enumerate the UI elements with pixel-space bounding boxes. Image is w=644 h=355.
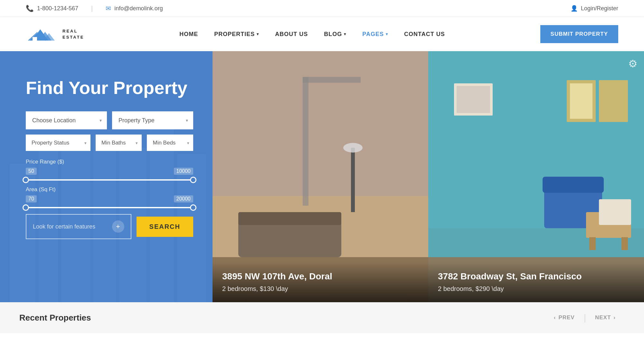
min-baths-select[interactable]: Min Baths 1 2 3 4+ (96, 135, 142, 151)
price-range-section: Price Range ($) 50 10000 (26, 159, 193, 181)
login-button[interactable]: 👤 Login/Register (571, 5, 618, 12)
prev-button[interactable]: ‹ PREV (545, 311, 584, 324)
property-card-1[interactable]: 3895 NW 107th Ave, Doral 2 bedrooms, $13… (213, 51, 428, 302)
submit-property-button[interactable]: SUBMIT PROPERTY (540, 25, 618, 43)
logo-text: REAL ESTATE (62, 28, 84, 41)
svg-rect-10 (238, 212, 341, 225)
phone-number: 1-800-1234-567 (37, 5, 78, 12)
price-range-thumb-max[interactable] (190, 177, 196, 183)
nav-contact[interactable]: CONTACT US (404, 31, 445, 38)
svg-rect-27 (599, 199, 631, 225)
property-cards-area: 3895 NW 107th Ave, Doral 2 bedrooms, $13… (213, 51, 644, 302)
price-min-label: 50 (26, 168, 37, 175)
login-icon: 👤 (571, 5, 578, 12)
area-range-thumb-max[interactable] (190, 204, 196, 211)
chevron-right-icon: › (613, 314, 616, 321)
card-address-2: 3782 Broadway St, San Francisco (438, 271, 634, 282)
recent-properties-bar: Recent Properties ‹ PREV | NEXT › (0, 302, 644, 333)
area-range-section: Area (Sq Ft) 70 20000 (26, 186, 193, 208)
svg-rect-8 (303, 77, 361, 83)
bottom-row: Look for certain features + SEARCH (26, 214, 193, 239)
chevron-down-icon: ▾ (257, 32, 259, 36)
price-max-label: 10000 (174, 168, 194, 175)
area-max-label: 20000 (174, 195, 194, 202)
nav-pages[interactable]: PAGES ▾ (362, 31, 388, 38)
prev-label: PREV (558, 314, 574, 321)
price-range-track (26, 179, 193, 181)
area-range-thumb-min[interactable] (23, 204, 29, 211)
header: REAL ESTATE HOME PROPERTIES ▾ ABOUT US B… (0, 17, 644, 51)
svg-point-14 (343, 143, 363, 153)
nav-properties[interactable]: PROPERTIES ▾ (214, 31, 259, 38)
logo-line1: REAL (62, 28, 84, 34)
property-card-2[interactable]: ⚙ 3782 Broadway St, San Francisco 2 bedr… (428, 51, 644, 302)
property-status-wrapper: Property Status For Sale For Rent Sold ▾ (26, 135, 90, 151)
chevron-down-icon: ▾ (386, 32, 388, 36)
nav-home[interactable]: HOME (179, 31, 198, 38)
logo-line2: ESTATE (62, 34, 84, 41)
area-range-fill (26, 207, 193, 208)
features-input[interactable]: Look for certain features + (26, 214, 131, 239)
divider: | (91, 5, 93, 12)
svg-rect-4 (33, 37, 37, 41)
logo-icon (26, 23, 58, 45)
search-panel: Find Your Property Choose Location New Y… (0, 51, 213, 302)
svg-rect-21 (599, 80, 628, 122)
hero-title: Find Your Property (26, 77, 193, 98)
svg-rect-7 (303, 77, 308, 206)
svg-rect-13 (351, 148, 355, 212)
search-row-2: Property Status For Sale For Rent Sold ▾… (26, 135, 193, 151)
search-row-1: Choose Location New York Los Angeles Chi… (26, 111, 193, 129)
property-type-select[interactable]: Property Type House Apartment Villa Stud… (112, 111, 193, 129)
card-address-1: 3895 NW 107th Ave, Doral (222, 271, 419, 282)
features-plus-icon[interactable]: + (112, 220, 124, 233)
chevron-left-icon: ‹ (554, 314, 556, 321)
min-beds-wrapper: Min Beds 1 2 3 4+ ▾ (147, 135, 193, 151)
email-address: info@demolink.org (114, 5, 163, 12)
logo[interactable]: REAL ESTATE (26, 23, 84, 45)
recent-title: Recent Properties (19, 313, 91, 323)
price-range-labels: 50 10000 (26, 168, 193, 175)
search-form: Choose Location New York Los Angeles Chi… (26, 111, 193, 239)
property-status-select[interactable]: Property Status For Sale For Rent Sold (26, 135, 90, 151)
min-baths-wrapper: Min Baths 1 2 3 4+ ▾ (96, 135, 142, 151)
email-item: ✉ info@demolink.org (106, 5, 163, 12)
svg-rect-25 (589, 237, 596, 250)
gear-icon[interactable]: ⚙ (628, 58, 638, 70)
features-label: Look for certain features (33, 223, 95, 230)
phone-icon: 📞 (26, 5, 34, 12)
location-wrapper: Choose Location New York Los Angeles Chi… (26, 111, 107, 129)
email-icon: ✉ (106, 5, 111, 12)
min-beds-select[interactable]: Min Beds 1 2 3 4+ (147, 135, 193, 151)
card-overlay-2: 3782 Broadway St, San Francisco 2 bedroo… (428, 261, 644, 302)
price-range-thumb-min[interactable] (23, 177, 29, 183)
next-label: NEXT (595, 314, 611, 321)
svg-rect-20 (570, 83, 592, 119)
area-range-labels: 70 20000 (26, 195, 193, 202)
card-price-2: 2 bedrooms, $290 \day (438, 285, 634, 293)
price-range-label: Price Range ($) (26, 159, 193, 165)
area-range-label: Area (Sq Ft) (26, 186, 193, 193)
svg-rect-23 (543, 177, 604, 193)
recent-nav: ‹ PREV | NEXT › (545, 311, 625, 324)
card-price-1: 2 bedrooms, $130 \day (222, 285, 419, 293)
location-select[interactable]: Choose Location New York Los Angeles Chi… (26, 111, 107, 129)
nav-divider: | (584, 313, 586, 323)
chevron-down-icon: ▾ (344, 32, 346, 36)
card-overlay-1: 3895 NW 107th Ave, Doral 2 bedrooms, $13… (213, 261, 428, 302)
phone-item: 📞 1-800-1234-567 (26, 5, 78, 12)
hero-section: Find Your Property Choose Location New Y… (0, 51, 644, 302)
topbar-left: 📞 1-800-1234-567 | ✉ info@demolink.org (26, 5, 163, 12)
login-label: Login/Register (581, 5, 618, 12)
next-button[interactable]: NEXT › (586, 311, 625, 324)
topbar: 📞 1-800-1234-567 | ✉ info@demolink.org 👤… (0, 0, 644, 17)
area-min-label: 70 (26, 195, 37, 202)
nav-blog[interactable]: BLOG ▾ (324, 31, 346, 38)
main-nav: HOME PROPERTIES ▾ ABOUT US BLOG ▾ PAGES … (179, 31, 445, 38)
search-button[interactable]: SEARCH (137, 217, 193, 237)
svg-rect-6 (213, 51, 428, 196)
price-range-fill (26, 179, 193, 181)
nav-about[interactable]: ABOUT US (275, 31, 308, 38)
svg-rect-18 (457, 86, 490, 113)
area-range-track (26, 207, 193, 208)
